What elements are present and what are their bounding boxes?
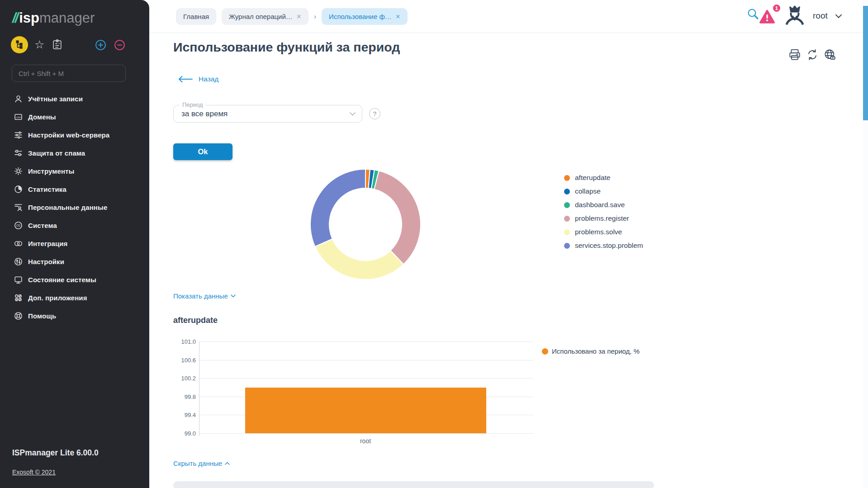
integration-icon xyxy=(14,239,23,248)
apps-icon xyxy=(14,293,23,303)
monitor-icon xyxy=(14,275,23,284)
legend-item-afterupdate[interactable]: afterupdate xyxy=(564,171,643,185)
globe-link-icon[interactable] xyxy=(824,48,836,61)
tab-label: Журнал операций… xyxy=(229,13,293,20)
tab-oplog[interactable]: Журнал операций…× xyxy=(222,8,308,25)
tab-close-icon[interactable]: × xyxy=(297,13,301,20)
gear-icon xyxy=(14,166,23,176)
sidebar-item-label: Домены xyxy=(28,113,56,121)
sidebar-item-accounts[interactable]: Учётные записи xyxy=(0,90,149,108)
legend-item-problems.register[interactable]: problems.register xyxy=(564,212,643,225)
sidebar-item-label: Статистика xyxy=(28,185,66,193)
bar-chart-legend[interactable]: Использовано за период, % xyxy=(542,347,640,355)
print-icon[interactable] xyxy=(788,48,801,61)
y-axis-tick: 99.0 xyxy=(173,430,196,437)
legend-item-collapse[interactable]: collapse xyxy=(564,185,643,198)
tree-view-button[interactable] xyxy=(11,36,28,53)
help-icon[interactable]: ? xyxy=(369,108,380,119)
donut-slice-problems.solve[interactable] xyxy=(315,239,403,280)
sidebar-item-personal-data[interactable]: Персональные данные xyxy=(0,198,149,216)
tab-separator: › xyxy=(314,13,316,21)
legend-item-problems.solve[interactable]: problems.solve xyxy=(564,225,643,239)
sidebar-item-webserver[interactable]: Настройки web-сервера xyxy=(0,126,149,144)
legend-dot-icon xyxy=(564,189,570,194)
sidebar-menu: Учётные записи.com Домены Настройки web-… xyxy=(0,90,149,325)
sidebar-item-extra-apps[interactable]: Доп. приложения xyxy=(0,289,149,307)
ok-button[interactable]: Ok xyxy=(173,143,232,160)
copyright-link[interactable]: Exosoft © 2021 xyxy=(12,469,56,476)
settings-icon xyxy=(14,257,23,266)
legend-item-services.stop.problem[interactable]: services.stop.problem xyxy=(564,239,643,252)
bar-root[interactable] xyxy=(245,388,486,434)
sidebar-item-label: Инструменты xyxy=(28,167,74,175)
tree-icon xyxy=(14,40,24,50)
lifebuoy-icon xyxy=(14,311,23,321)
notification-warning-icon[interactable] xyxy=(759,9,775,24)
hide-data-link[interactable]: Скрыть данные xyxy=(173,460,230,467)
sidebar-item-integration[interactable]: Интеграция xyxy=(0,234,149,252)
sidebar-item-settings[interactable]: Настройки xyxy=(0,252,149,270)
notification-count-badge[interactable]: 1 xyxy=(772,4,781,13)
select-chevron-icon xyxy=(350,112,356,116)
show-data-label: Показать данные xyxy=(173,292,228,300)
back-link[interactable]: Назад xyxy=(178,75,218,83)
topbar: ГлавнаяЖурнал операций…×›Использование ф… xyxy=(149,0,868,33)
sliders-icon xyxy=(14,130,23,140)
sidebar-item-system-state[interactable]: Состояние системы xyxy=(0,270,149,289)
sidebar-item-label: Настройки xyxy=(28,258,64,265)
sidebar-item-label: Настройки web-сервера xyxy=(28,131,109,139)
tab-home[interactable]: Главная xyxy=(176,8,216,25)
y-axis-tick: 100.2 xyxy=(173,375,196,382)
spamfilter-icon xyxy=(14,148,23,158)
scrollbar-thumb[interactable] xyxy=(863,6,868,120)
sidebar-item-domains[interactable]: .com Домены xyxy=(0,108,149,126)
expand-all-button[interactable] xyxy=(95,39,106,51)
favorites-star-icon[interactable]: ☆ xyxy=(34,39,44,50)
legend-item-dashboard.save[interactable]: dashboard.save xyxy=(564,198,643,212)
donut-slice-services.stop.problem[interactable] xyxy=(310,169,365,246)
refresh-icon[interactable] xyxy=(806,48,819,61)
ispmanager-app: { "sidebar": { "logo": { "slashes": "//"… xyxy=(0,0,868,488)
user-menu[interactable]: root xyxy=(813,11,828,21)
page-action-icons xyxy=(788,48,836,61)
legend-label: dashboard.save xyxy=(575,201,625,209)
gridline xyxy=(199,433,533,434)
sidebar-search-input[interactable] xyxy=(12,65,126,82)
tab-funcuse[interactable]: Использование ф…× xyxy=(322,8,408,25)
tab-close-icon[interactable]: × xyxy=(396,13,400,20)
usage-bar-chart: 101.0100.6100.299.899.499.0root Использо… xyxy=(173,337,684,450)
root-user-crown-icon[interactable] xyxy=(783,4,807,28)
user-icon xyxy=(14,94,23,104)
svg-text:.com: .com xyxy=(16,116,21,118)
collapse-all-button[interactable] xyxy=(114,39,125,51)
sidebar-item-statistics[interactable]: Статистика xyxy=(0,180,149,198)
sidebar-item-system[interactable]: OS Система xyxy=(0,216,149,234)
gridline xyxy=(199,341,533,342)
sidebar-item-tools[interactable]: Инструменты xyxy=(0,162,149,180)
logo-manager: manager xyxy=(39,10,95,26)
legend-label: collapse xyxy=(575,187,601,195)
clipboard-tasks-icon[interactable] xyxy=(52,39,63,50)
legend-label: problems.solve xyxy=(575,228,622,236)
search-icon[interactable] xyxy=(746,7,760,21)
hide-data-label: Скрыть данные xyxy=(173,460,222,467)
sidebar-item-help[interactable]: Помощь xyxy=(0,307,149,325)
breadcrumb-tabs: ГлавнаяЖурнал операций…×›Использование ф… xyxy=(176,8,408,25)
period-select[interactable]: Период за все время xyxy=(173,105,362,123)
legend-dot-icon xyxy=(564,202,570,208)
bar-chart-title: afterupdate xyxy=(173,316,218,325)
legend-label: afterupdate xyxy=(575,174,610,182)
y-axis-tick: 101.0 xyxy=(173,338,196,345)
function-usage-donut-chart xyxy=(307,166,424,283)
show-data-link[interactable]: Показать данные xyxy=(173,292,236,300)
sidebar-icon-row: ☆ xyxy=(0,35,149,55)
legend-dot-icon xyxy=(564,216,570,222)
user-menu-chevron-icon[interactable] xyxy=(835,14,842,19)
product-version: ISPmanager Lite 6.00.0 xyxy=(12,448,99,458)
donut-slice-problems.register[interactable] xyxy=(374,171,421,265)
sidebar-item-spam[interactable]: Защита от спама xyxy=(0,144,149,162)
legend-dot-icon xyxy=(564,243,570,249)
y-axis-tick: 99.8 xyxy=(173,393,196,400)
donut-legend: afterupdate collapse dashboard.save prob… xyxy=(564,171,643,252)
y-axis-tick: 99.4 xyxy=(173,412,196,418)
